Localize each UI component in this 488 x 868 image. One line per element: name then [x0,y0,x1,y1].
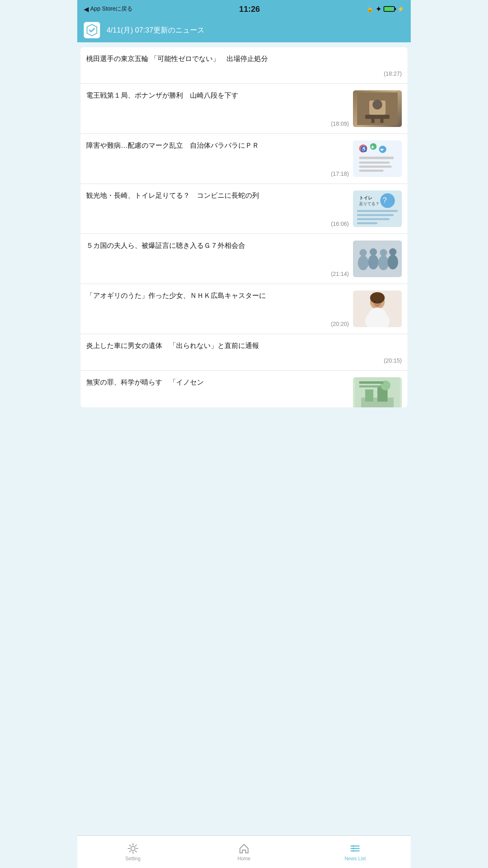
news-item[interactable]: ５カ国の夫人ら、被爆証言に聴き入るＧ７外相会合 (21:14) [81,234,407,284]
status-icons: 🔒 ✦ ⚡ [366,5,404,13]
back-chevron-icon: ◀ [84,5,89,13]
svg-rect-4 [365,115,390,119]
svg-rect-15 [359,162,390,164]
status-bar: ◀ App Storeに戻る 11:26 🔒 ✦ ⚡ [77,0,411,18]
svg-point-40 [368,308,386,322]
news-content: 障害や難病…配慮のマーク乱立 自治体バラバラにＰＲ (17:18) [86,140,353,177]
svg-text:足りてる？: 足りてる？ [359,201,379,206]
news-thumbnail [353,241,402,277]
news-content: 観光地・長崎、トイレ足りてる？ コンビニに長蛇の列 (16:06) [86,190,353,227]
svg-point-43 [379,301,381,302]
svg-rect-14 [359,157,394,159]
news-time: (18:09) [86,120,349,127]
news-time: (17:18) [86,171,349,177]
news-thumbnail: トイレ 足りてる？ ? [353,190,402,227]
svg-rect-25 [357,218,390,220]
tab-home[interactable]: Home [188,836,299,868]
news-title: 観光地・長崎、トイレ足りてる？ コンビニに長蛇の列 [86,190,349,201]
news-list-container: 桃田選手の東京五輪 「可能性ゼロでない」 出場停止処分 (18:27) 電王戦第… [81,47,407,407]
news-item[interactable]: 無実の罪、科学が晴らす 「イノセン [81,371,407,407]
svg-point-55 [353,845,354,847]
bluetooth-icon: ✦ [376,5,381,13]
svg-rect-24 [357,214,394,216]
logo-icon [86,24,98,37]
lock-icon: 🔒 [366,6,373,12]
tab-setting-label: Setting [125,856,140,861]
svg-rect-49 [359,381,383,384]
news-item[interactable]: 障害や難病…配慮のマーク乱立 自治体バラバラにＰＲ (17:18) ♿ ✚ ❤ [81,134,407,184]
gear-icon [127,843,139,854]
svg-point-33 [378,256,389,270]
svg-rect-6 [380,115,383,123]
svg-point-35 [388,255,398,269]
bolt-icon: ⚡ [397,6,404,12]
news-title: 桃田選手の東京五輪 「可能性ゼロでない」 出場停止処分 [86,54,402,64]
svg-point-57 [353,850,354,852]
svg-rect-50 [359,385,379,387]
news-content: 炎上した車に男女の遺体 「出られない」と直前に通報 (20:15) [86,341,402,364]
tab-news-list-label: News List [344,856,366,861]
svg-point-34 [389,248,396,256]
svg-text:トイレ: トイレ [359,195,373,200]
svg-point-32 [380,249,387,256]
news-title: 「アオギリのうた」作った少女、ＮＨＫ広島キャスターに [86,291,349,301]
news-item[interactable]: 観光地・長崎、トイレ足りてる？ コンビニに長蛇の列 (16:06) トイレ 足り… [81,184,407,234]
tab-home-label: Home [237,856,251,861]
news-content: ５カ国の夫人ら、被爆証言に聴き入るＧ７外相会合 (21:14) [86,241,353,277]
news-title: 電王戦第１局、ポナンザが勝利 山崎八段を下す [86,90,349,101]
app-logo [84,22,100,38]
list-icon [349,843,361,854]
news-item[interactable]: 炎上した車に男女の遺体 「出られない」と直前に通報 (20:15) [81,334,407,371]
news-content: 電王戦第１局、ポナンザが勝利 山崎八段を下す (18:09) [86,90,353,127]
news-title: ５カ国の夫人ら、被爆証言に聴き入るＧ７外相会合 [86,241,349,251]
news-time: (18:27) [86,70,402,77]
svg-rect-46 [365,389,373,402]
header-title: 4/11(月) 07:37更新のニュース [107,25,205,35]
news-content: 無実の罪、科学が晴らす 「イノセン [86,377,353,401]
tab-setting[interactable]: Setting [77,836,188,868]
news-thumbnail [353,90,402,127]
svg-text:?: ? [383,196,387,204]
news-thumbnail: ♿ ✚ ❤ [353,140,402,177]
app-header: 4/11(月) 07:37更新のニュース [77,18,411,42]
svg-text:♿: ♿ [361,146,367,152]
news-time: (21:14) [86,271,349,277]
news-thumbnail [353,377,402,407]
svg-rect-26 [357,222,377,224]
svg-text:❤: ❤ [380,148,383,152]
news-thumbnail [353,291,402,327]
news-title: 無実の罪、科学が晴らす 「イノセン [86,377,349,388]
svg-point-41 [370,292,385,304]
svg-text:✚: ✚ [371,145,374,149]
svg-point-51 [131,846,135,851]
news-item[interactable]: 「アオギリのうた」作った少女、ＮＨＫ広島キャスターに (20:20) [81,284,407,334]
tab-bar: Setting Home News List [77,835,411,868]
svg-point-29 [358,256,368,270]
news-time: (20:20) [86,321,349,327]
svg-point-28 [359,249,367,256]
news-time: (16:06) [86,221,349,227]
news-content: 「アオギリのうた」作った少女、ＮＨＫ広島キャスターに (20:20) [86,291,353,327]
svg-rect-16 [359,166,392,168]
svg-point-3 [373,100,382,109]
status-time: 11:26 [239,4,260,14]
status-back[interactable]: ◀ App Storeに戻る [84,5,133,13]
svg-point-31 [368,255,379,269]
home-icon [238,843,250,854]
svg-point-42 [374,301,376,302]
svg-rect-17 [359,170,383,172]
battery-icon [383,6,395,12]
news-content: 桃田選手の東京五輪 「可能性ゼロでない」 出場停止処分 (18:27) [86,54,402,77]
svg-point-56 [353,848,354,849]
news-time: (20:15) [86,357,402,364]
svg-point-30 [370,248,377,256]
news-item[interactable]: 桃田選手の東京五輪 「可能性ゼロでない」 出場停止処分 (18:27) [81,47,407,84]
news-title: 障害や難病…配慮のマーク乱立 自治体バラバラにＰＲ [86,140,349,151]
svg-rect-23 [357,210,398,212]
tab-news-list[interactable]: News List [300,836,411,868]
back-label: App Storeに戻る [90,5,133,13]
svg-rect-5 [371,115,375,123]
news-item[interactable]: 電王戦第１局、ポナンザが勝利 山崎八段を下す (18:09) [81,84,407,134]
news-title: 炎上した車に男女の遺体 「出られない」と直前に通報 [86,341,402,351]
